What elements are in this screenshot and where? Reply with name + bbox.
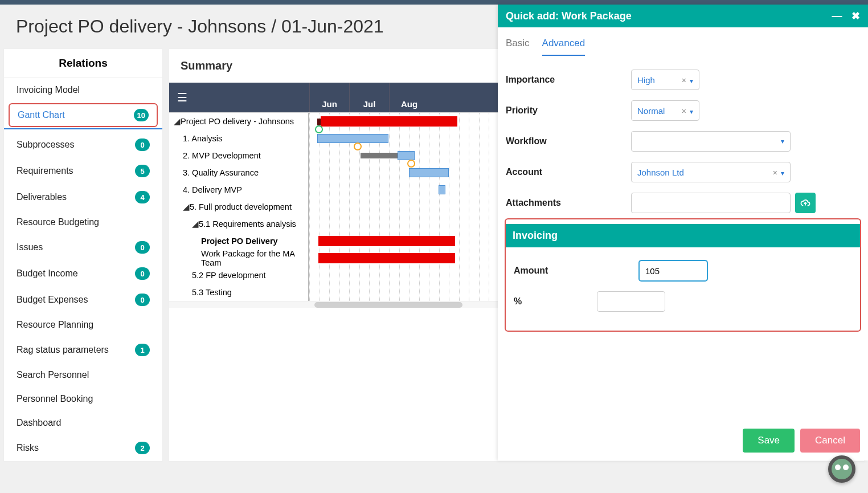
tree-row-label: 3. Quality Assurance <box>183 168 259 177</box>
expand-toggle-icon[interactable]: ◢ <box>174 117 181 126</box>
sidebar-item-label: Deliverables <box>17 192 67 202</box>
sidebar-item-resource-planning[interactable]: Resource Planning <box>4 313 162 337</box>
panel-title: Quick add: Work Package <box>506 10 632 22</box>
chevron-down-icon: ▾ <box>781 137 784 145</box>
milestone-marker[interactable] <box>315 125 323 133</box>
importance-value: High <box>637 75 655 85</box>
chevron-down-icon: ▾ <box>690 77 693 85</box>
account-select[interactable]: Johnson Ltd ×▾ <box>631 162 791 182</box>
tree-row-label: Work Package for the MA Team <box>201 249 308 267</box>
gantt-bar[interactable] <box>439 185 445 194</box>
priority-value: Normal <box>637 106 665 116</box>
amount-input[interactable] <box>639 260 707 281</box>
chevron-down-icon: ▾ <box>781 169 784 177</box>
gantt-tree-row[interactable]: 1. Analysis <box>169 130 308 147</box>
sidebar-item-issues[interactable]: Issues0 <box>4 234 162 260</box>
gantt-tree-row[interactable]: Work Package for the MA Team <box>169 250 308 267</box>
sidebar-item-label: Requirements <box>17 166 73 176</box>
upload-button[interactable] <box>795 193 816 213</box>
close-icon[interactable]: ✖ <box>851 10 860 22</box>
tab-basic[interactable]: Basic <box>506 38 530 56</box>
chevron-down-icon: ▾ <box>690 108 693 116</box>
clear-icon[interactable]: × <box>773 168 777 177</box>
sidebar-title: Relations <box>4 49 162 78</box>
gantt-bar[interactable] <box>321 116 457 127</box>
gantt-tree-row[interactable]: 5.2 FP development <box>169 267 308 284</box>
count-badge: 10 <box>134 109 149 121</box>
gantt-tree-row[interactable]: 3. Quality Assurance <box>169 164 308 181</box>
gantt-tree-row[interactable]: 2. MVP Development <box>169 147 308 164</box>
invoicing-header: Invoicing <box>506 224 860 247</box>
milestone-marker[interactable] <box>354 142 362 150</box>
count-badge: 0 <box>135 241 150 254</box>
sidebar-item-label: Rag status parameters <box>17 345 109 355</box>
sidebar-item-budget-income[interactable]: Budget Income0 <box>4 260 162 287</box>
gantt-tree-row[interactable]: Project PO Delivery <box>169 233 308 250</box>
count-badge: 1 <box>135 344 150 356</box>
account-value: Johnson Ltd <box>637 168 684 177</box>
tree-row-label: Project PO Delivery <box>201 237 278 246</box>
workflow-select[interactable]: ▾ <box>631 131 791 152</box>
tree-row-label: 5.2 FP development <box>192 271 266 280</box>
month-header: Jul <box>349 83 389 112</box>
priority-select[interactable]: Normal ×▾ <box>631 100 699 121</box>
gantt-tree-row[interactable]: ◢Project PO delivery - Johnsons <box>169 113 308 130</box>
sidebar-item-label: Gantt Chart <box>18 110 65 120</box>
sidebar-item-label: Personnel Booking <box>17 394 93 404</box>
sidebar-item-search-personnel[interactable]: Search Personnel <box>4 363 162 387</box>
sidebar-item-subprocesses[interactable]: Subprocesses0 <box>4 132 162 158</box>
count-badge: 0 <box>135 138 150 151</box>
tab-advanced[interactable]: Advanced <box>542 38 586 56</box>
sidebar-item-label: Resource Budgeting <box>17 217 99 227</box>
sidebar-item-dashboard[interactable]: Dashboard <box>4 411 162 435</box>
clear-icon[interactable]: × <box>682 76 686 85</box>
gantt-bar[interactable] <box>361 153 400 158</box>
gantt-menu-icon[interactable]: ☰ <box>177 91 187 104</box>
month-header: Aug <box>389 83 429 112</box>
gantt-bar[interactable] <box>317 134 388 143</box>
expand-toggle-icon[interactable]: ◢ <box>183 202 190 211</box>
sidebar-item-label: Budget Income <box>17 268 78 279</box>
sidebar-item-resource-budgeting[interactable]: Resource Budgeting <box>4 210 162 234</box>
scrollbar-thumb[interactable] <box>314 302 462 308</box>
label-importance: Importance <box>506 75 631 85</box>
label-attachments: Attachments <box>506 198 631 208</box>
clear-icon[interactable]: × <box>682 107 686 116</box>
save-button[interactable]: Save <box>743 429 795 453</box>
count-badge: 5 <box>135 165 150 177</box>
gantt-bar[interactable] <box>318 236 455 246</box>
sidebar-item-deliverables[interactable]: Deliverables4 <box>4 184 162 210</box>
tree-row-label: 2. MVP Development <box>183 151 261 160</box>
gantt-tree-row[interactable]: 4. Delivery MVP <box>169 181 308 198</box>
label-account: Account <box>506 167 631 177</box>
sidebar-item-label: Invoicing Model <box>17 85 80 95</box>
gantt-bar[interactable] <box>398 151 415 160</box>
sidebar-item-personnel-booking[interactable]: Personnel Booking <box>4 387 162 411</box>
tree-row-label: 4. Delivery MVP <box>183 185 242 194</box>
tree-row-label: 5.1 Requirements analysis <box>199 219 296 229</box>
sidebar-item-gantt-chart[interactable]: Gantt Chart10 <box>9 103 158 127</box>
minimize-icon[interactable]: — <box>832 10 842 22</box>
sidebar-item-label: Search Personnel <box>17 370 89 380</box>
gantt-bar[interactable] <box>409 168 449 177</box>
gantt-tree-row[interactable]: ◢5. Full product development <box>169 198 308 215</box>
attachments-input[interactable] <box>631 193 791 213</box>
sidebar-item-requirements[interactable]: Requirements5 <box>4 158 162 184</box>
tree-row-label: 5. Full product development <box>190 202 292 211</box>
label-priority: Priority <box>506 105 631 116</box>
avatar-face-icon <box>832 459 852 479</box>
assistant-avatar[interactable] <box>828 455 855 483</box>
sidebar-item-budget-expenses[interactable]: Budget Expenses0 <box>4 287 162 313</box>
gantt-tree-row[interactable]: ◢5.1 Requirements analysis <box>169 215 308 233</box>
percent-input[interactable] <box>597 291 665 312</box>
importance-select[interactable]: High ×▾ <box>631 70 699 90</box>
gantt-bar[interactable] <box>318 253 455 263</box>
sidebar-item-invoicing-model[interactable]: Invoicing Model <box>4 78 162 102</box>
sidebar-item-rag-status-parameters[interactable]: Rag status parameters1 <box>4 337 162 363</box>
cancel-button[interactable]: Cancel <box>800 429 860 453</box>
sidebar-item-risks[interactable]: Risks2 <box>4 435 162 461</box>
expand-toggle-icon[interactable]: ◢ <box>192 219 199 229</box>
count-badge: 4 <box>135 191 150 203</box>
milestone-marker[interactable] <box>407 160 415 168</box>
gantt-tree-row[interactable]: 5.3 Testing <box>169 284 308 301</box>
